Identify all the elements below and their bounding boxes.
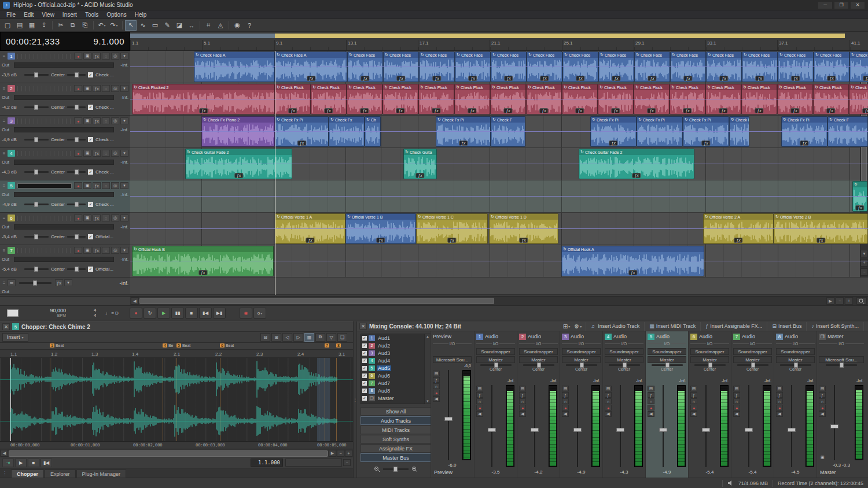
strip-fx-icon[interactable]: ƒ <box>733 392 740 398</box>
track-lane-2[interactable]: ↻Check Plucked 2ƒx↻Check Pluckƒx↻Check P… <box>130 83 868 116</box>
event-fx-badge[interactable]: ƒx <box>234 173 243 178</box>
strip-fx-icon[interactable]: ƒ <box>776 392 783 398</box>
strip-fx-icon[interactable]: ƒ <box>819 392 826 398</box>
mute-button[interactable]: ◌ <box>102 182 110 189</box>
phones-icon[interactable]: ∩ <box>605 398 612 404</box>
mute-button[interactable]: ◌ <box>102 215 110 221</box>
bus-track-lane[interactable] <box>130 278 868 295</box>
volume-envelope-line[interactable] <box>130 164 868 164</box>
scroll-down-icon[interactable]: ▼ <box>860 250 868 257</box>
chopper-marker-bar[interactable]: 1Beat4Be5Beat6Beat78 <box>0 343 353 350</box>
time-selection-tool-button[interactable]: ↔ <box>186 20 197 31</box>
bus-volume-fader[interactable] <box>19 282 52 284</box>
event-fx-badge[interactable]: ƒx <box>755 108 763 113</box>
menu-file[interactable]: File <box>2 10 20 19</box>
meter-options-icon[interactable]: ▤ <box>519 386 526 391</box>
envelope-tool-button[interactable]: ∿ <box>137 20 149 31</box>
menu-insert[interactable]: Insert <box>58 10 81 19</box>
strip-fx-icon[interactable]: ƒ <box>648 392 654 398</box>
solo-button[interactable]: ◎ <box>111 150 119 157</box>
chopper-options-icon[interactable]: ❏ <box>337 333 347 342</box>
marker-tool-icon[interactable] <box>7 309 19 317</box>
record-arm-button[interactable]: ● <box>74 117 82 124</box>
bus-view-button[interactable]: ▭ <box>8 279 16 286</box>
track-name-checkbox[interactable]: ✓ <box>88 267 93 272</box>
record-arm-button[interactable]: ● <box>74 85 82 92</box>
input-monitor-icon[interactable]: ◀ <box>690 411 697 417</box>
event-fx-badge[interactable]: ƒx <box>826 108 835 113</box>
volume-fader-handle[interactable] <box>34 169 38 175</box>
track-fx-button[interactable]: ƒx <box>93 53 101 60</box>
solo-button[interactable]: ◎ <box>111 182 119 189</box>
strip-record-arm-icon[interactable]: ● <box>519 405 526 411</box>
phones-icon[interactable]: ∩ <box>733 398 740 404</box>
strip-record-arm-icon[interactable]: ● <box>433 390 440 395</box>
insert-bus-button[interactable]: ⊟Insert Bus <box>770 322 804 331</box>
track-fx-button[interactable]: ƒx <box>93 85 101 92</box>
tab-plug-in-manager[interactable]: Plug-In Manager <box>76 469 127 478</box>
pan-fader-handle[interactable] <box>751 363 755 368</box>
fader-handle[interactable] <box>531 428 539 432</box>
pan-fader-handle[interactable] <box>75 72 79 77</box>
track-lane-3[interactable]: ↻Check Fx Piano 2↻Check Fx Piƒx↻Check Fx… <box>130 116 868 148</box>
title-bar[interactable]: ♪ HipHop - Official.acd-zip * - ACID Mus… <box>0 0 868 10</box>
track-lane-1[interactable]: ↻Check Face A↻Check Face Aƒx↻Check Faceƒ… <box>130 51 868 83</box>
strip-volume-fader[interactable] <box>531 385 538 467</box>
bus-dropdown-button[interactable]: ▾ <box>64 279 72 286</box>
volume-envelope-line[interactable] <box>130 228 868 229</box>
strip-fx-icon[interactable]: ƒ <box>562 392 569 398</box>
mixer-strip-7[interactable]: 7AudioI/OSoundmapperMasterCenter-Inf.▤ƒ∩… <box>731 331 774 478</box>
meter-options-icon[interactable]: ▤ <box>562 386 569 391</box>
menu-options[interactable]: Options <box>102 10 130 19</box>
event-fx-badge[interactable]: ƒx <box>468 76 477 81</box>
meter-options-icon[interactable]: ▤ <box>733 386 740 391</box>
pan-fader[interactable] <box>67 204 86 205</box>
pan-fader-handle[interactable] <box>75 137 79 142</box>
event-fx-badge[interactable]: ƒx <box>519 238 528 243</box>
meter-options-icon[interactable]: ▤ <box>476 386 483 391</box>
track-fx-button[interactable]: ƒx <box>93 215 101 221</box>
track-name-checkbox[interactable]: ✓ <box>88 72 93 77</box>
shift-right-icon[interactable]: ▷ <box>293 333 303 342</box>
fader-handle[interactable] <box>616 428 624 432</box>
phones-icon[interactable]: ∩ <box>562 398 569 404</box>
track-header-1[interactable]: ≡1●▣ƒx◌◎▾Out-Inf.-3,5 dBCenter✓Check ... <box>0 51 130 83</box>
strip-fx-icon[interactable]: ƒ <box>605 392 612 398</box>
event-fx-badge[interactable]: ƒx <box>683 76 692 81</box>
strip-volume-fader[interactable] <box>660 385 667 467</box>
track-phase-button[interactable]: ▣ <box>83 85 91 92</box>
meter-options-icon[interactable]: ▤ <box>605 386 612 391</box>
volume-fader-handle[interactable] <box>34 267 38 272</box>
event-fx-badge[interactable]: ƒx <box>862 108 868 113</box>
pan-fader-handle[interactable] <box>494 363 498 368</box>
device-routing-button[interactable]: Soundmapper <box>605 348 643 355</box>
track-phase-button[interactable]: ▣ <box>83 117 91 124</box>
phones-icon[interactable]: ∩ <box>776 398 783 404</box>
pan-fader[interactable] <box>737 364 768 366</box>
event-fx-badge[interactable]: ƒx <box>539 108 548 113</box>
new-file-button[interactable]: ▢ <box>2 20 13 31</box>
region-copy-icon[interactable]: ⧉ <box>315 333 325 342</box>
save-file-button[interactable]: ▦ <box>26 20 38 31</box>
event-fx-badge[interactable]: ƒx <box>447 238 456 243</box>
fader-handle[interactable] <box>659 428 667 432</box>
volume-fader[interactable] <box>24 204 49 205</box>
event-fx-badge[interactable]: ƒx <box>647 108 656 113</box>
track-fx-button[interactable]: ƒx <box>93 247 101 254</box>
meter-options-icon[interactable]: ▤ <box>690 386 697 391</box>
event-fx-badge[interactable]: ƒx <box>307 76 315 81</box>
strip-record-arm-icon[interactable]: ● <box>476 405 483 411</box>
snap-toggle-button[interactable]: ⌗ <box>203 20 214 31</box>
timeline-track-area[interactable]: ↻Check Face A↻Check Face Aƒx↻Check Faceƒ… <box>130 51 868 278</box>
draw-tool-button[interactable]: ↖ <box>125 20 137 31</box>
solo-button[interactable]: ◎ <box>111 215 119 221</box>
pan-fader-handle[interactable] <box>665 363 670 368</box>
volume-fader[interactable] <box>24 139 49 141</box>
volume-fader[interactable] <box>24 106 49 108</box>
strip-record-arm-icon[interactable]: ● <box>605 405 612 411</box>
insert-soft-synth-button[interactable]: ♪Insert Soft Synth... <box>809 322 861 331</box>
event-fx-badge[interactable]: ƒx <box>701 141 710 146</box>
chopper-title-bar[interactable]: ✕ 5 Chopper: Check Chime 2 <box>0 322 353 332</box>
time-display[interactable]: 00:00:21,333 9.1.000 <box>0 32 130 51</box>
pan-fader[interactable] <box>67 268 86 270</box>
